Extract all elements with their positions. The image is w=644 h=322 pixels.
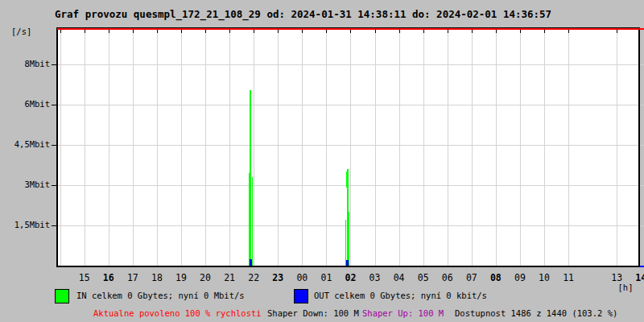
shaper-up-limit-line [640,266,644,267]
x-gridline [544,29,545,266]
x-tick-label: 22 [242,272,266,283]
x-gridline [254,29,254,266]
x-tick-label: 02 [338,272,362,283]
traffic-graph: Graf provozu quesmpl_172_21_108_29 od: 2… [0,0,644,322]
x-tick-label: 09 [508,272,532,283]
plot-border-bottom [56,266,640,267]
x-tick-label: 15 [72,272,97,283]
x-gridline [350,29,351,266]
plot-border-right [638,27,640,267]
x-axis-tick [85,29,85,33]
x-tick-label: 06 [436,272,460,283]
x-gridline [109,29,109,266]
x-gridline [181,29,182,266]
x-axis-tick [496,29,497,33]
x-gridline [568,29,569,266]
x-tick-label: 08 [484,272,508,283]
x-axis-tick [254,29,254,33]
x-tick-label: 17 [121,272,145,283]
out-legend-swatch [294,289,308,303]
x-axis-tick [229,29,230,33]
y-tick-label: 3Mbit [0,180,50,191]
in-traffic-spike [349,212,349,266]
availability-status: Dostupnost 1486 z 1440 (103.2 %) [455,308,617,318]
out-traffic-spike [250,259,252,266]
x-axis-tick [278,29,279,33]
x-axis-tick [375,29,376,33]
x-gridline [496,29,497,266]
x-axis-unit-label: [h] [613,283,638,292]
x-axis-tick [205,29,206,33]
x-gridline [472,29,473,266]
x-tick-label: 01 [314,272,338,283]
x-axis-tick [133,29,134,33]
x-tick-label: 16 [97,272,121,283]
x-axis-tick [520,29,521,33]
graph-title: Graf provozu quesmpl_172_21_108_29 od: 2… [55,8,551,20]
x-gridline [399,29,400,266]
x-tick-label: 04 [387,272,411,283]
y-tick-label: 1,5Mbit [0,220,50,231]
x-tick-label: 13 [605,272,629,283]
y-axis-unit-label: [/s] [11,27,31,36]
plot-border-left [56,27,58,267]
x-axis-tick [109,29,109,33]
x-tick-label: 05 [411,272,436,283]
x-axis-tick [302,29,303,33]
x-axis-tick [568,29,569,33]
x-tick-label: 18 [145,272,169,283]
x-gridline [229,29,230,266]
in-traffic-spike [345,220,346,266]
x-axis-tick [544,29,545,33]
y-tick-label: 4,5Mbit [0,139,50,151]
x-gridline [520,29,521,266]
x-gridline [133,29,134,266]
x-axis-tick [423,29,424,33]
out-traffic-spike [346,260,349,266]
x-gridline [85,29,85,266]
x-tick-label: 23 [266,272,290,283]
x-axis-tick [399,29,400,33]
x-gridline [326,29,327,266]
in-legend-swatch [55,289,69,303]
y-tick-label: 8Mbit [0,59,50,70]
x-gridline [60,29,61,266]
in-legend-label: IN celkem 0 Gbytes; nyní 0 Mbit/s [76,291,245,300]
x-gridline [205,29,206,266]
x-gridline [423,29,424,266]
x-axis-tick [60,29,61,33]
x-axis-tick [157,29,158,33]
y-gridline [57,64,638,65]
x-axis-tick [472,29,473,33]
y-gridline [57,145,638,146]
x-tick-label: 00 [290,272,314,283]
x-tick-label: 20 [193,272,217,283]
in-traffic-spike [249,173,250,266]
x-axis-tick [181,29,182,33]
y-tick-label: 6Mbit [0,99,50,110]
x-gridline [157,29,158,266]
x-gridline [617,29,617,266]
x-axis-tick [350,29,351,33]
x-tick-label: 19 [169,272,193,283]
x-axis-tick [326,29,327,33]
x-gridline [375,29,376,266]
x-axis-tick [448,29,448,33]
x-tick-label: 10 [532,272,556,283]
out-legend-label: OUT celkem 0 Gbytes; nyní 0 kbit/s [314,291,487,300]
x-tick-label: 14 [629,272,644,283]
x-gridline [278,29,279,266]
shaper-down-limit-line [57,28,644,30]
x-tick-label: 03 [363,272,387,283]
allowed-speed-status: Aktualne povoleno 100 % rychlosti [93,308,262,318]
x-tick-label: 21 [217,272,242,283]
x-axis-tick [617,29,617,33]
x-tick-label: 07 [460,272,484,283]
in-traffic-spike [252,177,253,266]
x-gridline [448,29,448,266]
x-gridline [302,29,303,266]
shaper-up-status: Shaper Up: 100 M [362,308,444,318]
shaper-down-status: Shaper Down: 100 M [267,308,359,318]
in-traffic-spike [346,171,349,188]
x-tick-label: 11 [556,272,580,283]
